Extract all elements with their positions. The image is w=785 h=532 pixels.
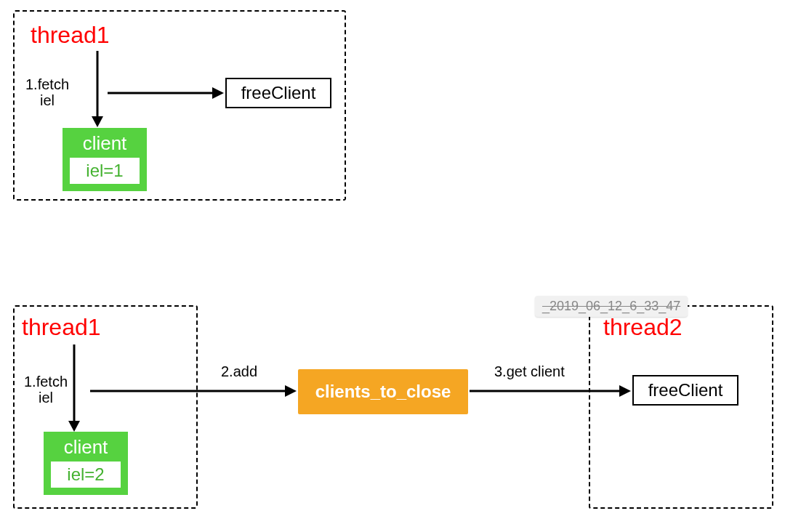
- get-client-label: 3.get client: [494, 363, 565, 379]
- svg-marker-1: [92, 116, 103, 127]
- bottom-freeclient-box: freeClient: [632, 375, 738, 406]
- bottom-client-box: client iel=2: [44, 432, 128, 495]
- arrow-thread1-to-client-bottom: [67, 344, 81, 432]
- bottom-thread1-title: thread1: [22, 314, 101, 341]
- tooltip-timestamp: _2019_06_12_6_33_47: [535, 296, 688, 317]
- top-client-box: client iel=1: [63, 128, 147, 191]
- arrow-to-freeclient-top: [108, 86, 224, 100]
- clients-to-close-label: clients_to_close: [315, 382, 451, 402]
- tooltip-timestamp-text: _2019_06_12_6_33_47: [542, 299, 680, 313]
- svg-marker-7: [285, 385, 297, 397]
- bottom-fetch-label: 1.fetch iel: [20, 374, 71, 406]
- top-client-iel: iel=1: [70, 158, 140, 184]
- arrow-thread1-to-client-top: [90, 51, 105, 127]
- bottom-freeclient-label: freeClient: [648, 380, 723, 400]
- top-freeclient-box: freeClient: [225, 78, 331, 108]
- top-thread1-title: thread1: [31, 22, 110, 49]
- top-freeclient-label: freeClient: [241, 83, 316, 103]
- clients-to-close-box: clients_to_close: [298, 369, 468, 414]
- bottom-thread2-title: thread2: [603, 314, 683, 341]
- bottom-client-iel: iel=2: [51, 462, 121, 488]
- svg-marker-3: [212, 87, 224, 99]
- top-fetch-label: 1.fetch iel: [22, 76, 73, 108]
- top-client-title: client: [64, 129, 145, 156]
- svg-marker-5: [68, 421, 80, 432]
- bottom-client-title: client: [45, 433, 126, 460]
- add-label: 2.add: [221, 363, 257, 379]
- arrow-add: [90, 384, 297, 398]
